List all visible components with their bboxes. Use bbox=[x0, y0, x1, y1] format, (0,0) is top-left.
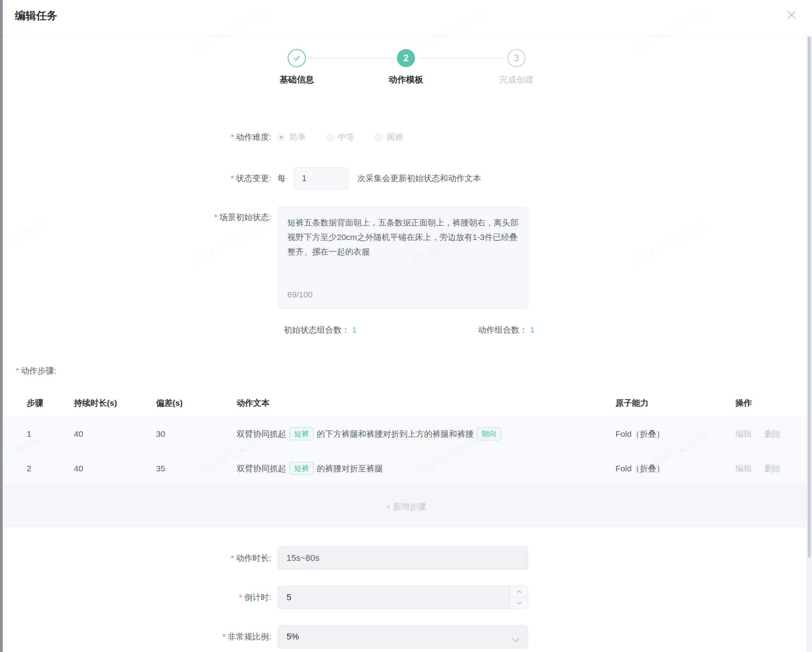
spinner-increase-button[interactable] bbox=[510, 586, 528, 598]
required-asterisk: * bbox=[231, 132, 234, 142]
cell-duration: 40 bbox=[69, 429, 151, 439]
required-asterisk: * bbox=[231, 553, 234, 563]
radio-option-hard[interactable]: 困难 bbox=[375, 132, 403, 143]
initial-combo-label: 初始状态组合数： bbox=[284, 325, 350, 334]
difficulty-radio-group: 简单 中等 困难 bbox=[277, 132, 403, 143]
state-change-suffix: 次采集会更新初始状态和动作文本 bbox=[357, 173, 481, 184]
unusual-ratio-label: * 非常规比例: bbox=[0, 631, 277, 642]
chevron-up-icon bbox=[516, 590, 522, 593]
step-2-circle: 2 bbox=[397, 49, 415, 67]
unusual-ratio-row: * 非常规比例: 5% bbox=[0, 625, 812, 648]
unusual-ratio-select[interactable]: 5% bbox=[277, 625, 528, 648]
action-steps-table: 步骤 持续时长(s) 偏差(s) 动作文本 原子能力 操作 1 40 30 双臂… bbox=[4, 389, 808, 527]
cell-ability: Fold（折叠） bbox=[602, 429, 724, 440]
cell-deviation: 35 bbox=[151, 464, 232, 473]
cell-duration: 40 bbox=[69, 464, 151, 473]
scrollbar-track[interactable] bbox=[806, 37, 812, 652]
cell-ability: Fold（折叠） bbox=[602, 463, 724, 474]
state-change-value: 1 bbox=[302, 173, 307, 183]
action-duration-row: * 动作时长: 15s~80s bbox=[0, 546, 812, 570]
unusual-ratio-value: 5% bbox=[287, 632, 299, 642]
cell-step: 1 bbox=[4, 429, 69, 439]
radio-label: 中等 bbox=[338, 132, 355, 143]
radio-icon-selected[interactable] bbox=[277, 134, 285, 141]
cell-operations: 编辑 删除 bbox=[724, 429, 808, 440]
radio-icon[interactable] bbox=[375, 134, 382, 141]
add-step-button[interactable]: + 新增步骤 bbox=[4, 486, 808, 527]
object-tag: 短裤 bbox=[289, 462, 314, 475]
step-3-circle: 3 bbox=[507, 49, 525, 67]
radio-option-medium[interactable]: 中等 bbox=[326, 132, 355, 143]
radio-option-easy[interactable]: 简单 bbox=[277, 132, 306, 143]
edit-link[interactable]: 编辑 bbox=[735, 464, 752, 473]
radio-label: 简单 bbox=[289, 132, 306, 143]
table-row: 1 40 30 双臂协同抓起 短裤 的下方裤腿和裤腰对折到上方的裤腿和裤腰 朝向… bbox=[4, 417, 808, 451]
initial-state-row: * 场景初始状态: 短裤五条数据背面朝上，五条数据正面朝上，裤腰朝右，离头部视野… bbox=[0, 207, 812, 308]
state-change-label: * 状态变更: bbox=[0, 173, 277, 184]
modal-title: 编辑任务 bbox=[15, 10, 57, 22]
step-3-number: 3 bbox=[514, 53, 519, 64]
cell-step: 2 bbox=[4, 464, 69, 473]
close-button[interactable] bbox=[785, 9, 798, 21]
countdown-value: 5 bbox=[287, 592, 291, 603]
col-header-deviation: 偏差(s) bbox=[151, 397, 232, 408]
action-combo: 动作组合数：1 bbox=[478, 324, 535, 335]
action-duration-value: 15s~80s bbox=[287, 553, 320, 563]
required-asterisk: * bbox=[239, 593, 242, 602]
initial-state-textarea[interactable]: 短裤五条数据背面朝上，五条数据正面朝上，裤腰朝右，离头部视野下方至少20cm之外… bbox=[277, 207, 528, 308]
modal-header: 编辑任务 bbox=[0, 0, 812, 36]
col-header-action-text: 动作文本 bbox=[232, 397, 602, 408]
state-change-prefix: 每 bbox=[277, 173, 286, 184]
initial-combo: 初始状态组合数：1 bbox=[284, 324, 357, 335]
required-asterisk: * bbox=[222, 632, 226, 641]
scrollbar-thumb[interactable] bbox=[808, 37, 811, 558]
step-3-label: 完成创建 bbox=[473, 74, 560, 86]
cell-deviation: 30 bbox=[151, 429, 232, 439]
required-asterisk: * bbox=[16, 366, 19, 375]
step-1-label: 基础信息 bbox=[254, 74, 340, 86]
delete-link[interactable]: 删除 bbox=[764, 429, 781, 438]
step-2-label: 动作模板 bbox=[363, 74, 449, 86]
chevron-down-icon bbox=[512, 635, 519, 645]
col-header-duration: 持续时长(s) bbox=[69, 397, 151, 408]
step-2-number: 2 bbox=[403, 53, 408, 64]
step-connector-2 bbox=[418, 58, 505, 59]
required-asterisk: * bbox=[214, 212, 217, 222]
radio-label: 困难 bbox=[387, 132, 403, 143]
countdown-row: * 倒计时: 5 bbox=[0, 586, 812, 609]
chevron-down-icon bbox=[516, 601, 522, 605]
state-change-row: * 状态变更: 每 1 次采集会更新初始状态和动作文本 bbox=[0, 167, 812, 189]
radio-icon[interactable] bbox=[326, 134, 334, 141]
table-row: 2 40 35 双臂协同抓起 短裤 的裤腰对折至裤腿 Fold（折叠） 编辑 删… bbox=[4, 451, 808, 486]
spinner-decrease-button[interactable] bbox=[510, 598, 528, 609]
required-asterisk: * bbox=[231, 174, 234, 183]
check-icon bbox=[292, 53, 301, 63]
col-header-operations: 操作 bbox=[724, 397, 808, 408]
action-duration-label: * 动作时长: bbox=[0, 553, 277, 564]
delete-link[interactable]: 删除 bbox=[764, 464, 781, 473]
initial-combo-value: 1 bbox=[352, 325, 357, 334]
difficulty-label: * 动作难度: bbox=[0, 132, 277, 143]
action-duration-input[interactable]: 15s~80s bbox=[277, 546, 528, 570]
char-counter: 69/100 bbox=[287, 287, 312, 302]
action-combo-value: 1 bbox=[530, 325, 535, 334]
object-tag: 短裤 bbox=[289, 427, 314, 441]
stepper: 2 3 基础信息 动作模板 完成创建 bbox=[0, 36, 812, 95]
countdown-label: * 倒计时: bbox=[0, 592, 277, 603]
countdown-input[interactable]: 5 bbox=[277, 586, 528, 609]
cell-operations: 编辑 删除 bbox=[724, 463, 808, 474]
close-icon bbox=[786, 9, 797, 20]
state-change-input[interactable]: 1 bbox=[294, 167, 349, 189]
orientation-tag: 朝向 bbox=[477, 427, 501, 441]
initial-state-label: * 场景初始状态: bbox=[0, 207, 277, 223]
difficulty-row: * 动作难度: 简单 中等 困难 bbox=[0, 131, 812, 143]
step-connector-1 bbox=[309, 58, 394, 59]
col-header-step: 步骤 bbox=[4, 397, 69, 408]
initial-state-text: 短裤五条数据背面朝上，五条数据正面朝上，裤腰朝右，离头部视野下方至少20cm之外… bbox=[287, 218, 518, 256]
action-steps-section-label: * 动作步骤: bbox=[16, 366, 812, 376]
page-edge-strip bbox=[0, 0, 3, 652]
number-spinner bbox=[510, 586, 528, 609]
cell-action-text: 双臂协同抓起 短裤 的裤腰对折至裤腿 bbox=[232, 462, 602, 475]
edit-link[interactable]: 编辑 bbox=[735, 429, 752, 438]
cell-action-text: 双臂协同抓起 短裤 的下方裤腿和裤腰对折到上方的裤腿和裤腰 朝向 bbox=[232, 427, 602, 441]
